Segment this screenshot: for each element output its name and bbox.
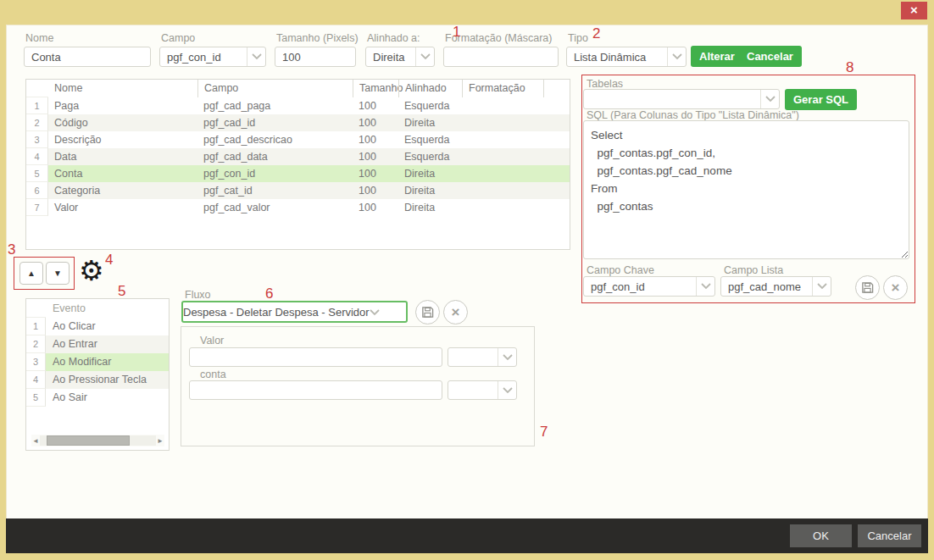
list-item[interactable]: 1Ao Clicar — [26, 318, 169, 335]
tipo-dropdown[interactable]: Lista Dinâmica — [566, 47, 687, 67]
header-campo[interactable]: Campo — [197, 80, 353, 97]
annotation-4: 4 — [105, 252, 113, 269]
ok-button[interactable]: OK — [790, 524, 852, 547]
table-row-selected[interactable]: 5Contapgf_con_id100Direita — [26, 165, 570, 182]
move-down-button[interactable]: ▼ — [46, 262, 69, 285]
app-background: { "window": { "close_icon": "×" }, "anno… — [0, 0, 934, 560]
valor-input[interactable] — [189, 347, 442, 367]
fluxo-dropdown-value: Despesa - Deletar Despesa - Servidor — [183, 306, 370, 319]
campo-chave-label: Campo Chave — [587, 264, 654, 276]
field-group-campo: Campo pgf_con_id — [159, 32, 266, 67]
alinhado-dropdown-value: Direita — [366, 51, 415, 64]
campo-dropdown[interactable]: pgf_con_id — [159, 47, 266, 67]
field-group-tipo: Tipo Lista Dinâmica — [566, 32, 687, 67]
header-tamanho[interactable]: Tamanho — [353, 80, 398, 97]
arrow-down-icon: ▼ — [53, 269, 62, 278]
arrow-up-icon: ▲ — [27, 269, 36, 278]
table-row[interactable]: 2Códigopgf_cad_id100Direita — [26, 114, 570, 131]
table-row[interactable]: 7Valorpgf_cad_valor100Direita — [26, 199, 570, 216]
table-row[interactable]: 4Datapgf_cad_data100Esquerda — [26, 148, 570, 165]
gear-icon[interactable]: ⚙ — [79, 256, 104, 286]
campo-lista-label: Campo Lista — [724, 264, 783, 276]
scroll-left-icon[interactable]: ◄ — [31, 437, 40, 445]
x-icon: × — [892, 280, 900, 297]
table-row[interactable]: 6Categoriapgf_cat_id100Direita — [26, 182, 570, 199]
annotation-8: 8 — [846, 59, 853, 76]
dialog-footer: OK Cancelar — [6, 518, 928, 553]
chevron-down-icon — [812, 277, 831, 296]
campo-lista-value: pgf_cad_nome — [721, 280, 812, 293]
scrollbar-thumb[interactable] — [47, 435, 130, 446]
window-close-button[interactable]: × — [901, 2, 927, 19]
tamanho-input[interactable] — [275, 47, 356, 67]
sql-save-button[interactable] — [855, 275, 880, 300]
cancelar-form-button[interactable]: Cancelar — [738, 46, 802, 67]
nome-input[interactable] — [24, 47, 151, 67]
valor-dropdown[interactable] — [448, 347, 517, 367]
field-group-alinhado: Alinhado a: Direita — [365, 32, 435, 67]
events-list: Evento 1Ao Clicar 2Ao Entrar 3Ao Modific… — [25, 298, 170, 451]
events-list-header: Evento — [26, 299, 169, 318]
header-formatacao[interactable]: Formatação — [462, 80, 543, 97]
campo-dropdown-value: pgf_con_id — [160, 51, 247, 64]
save-floppy-icon — [861, 281, 874, 294]
sql-textarea[interactable]: Select pgf_contas.pgf_con_id, pgf_contas… — [583, 120, 909, 259]
tipo-label: Tipo — [568, 32, 687, 44]
fluxo-label: Fluxo — [185, 289, 211, 301]
header-nome[interactable]: Nome — [48, 80, 197, 97]
move-up-button[interactable]: ▲ — [19, 262, 43, 285]
fluxo-clear-button[interactable]: × — [443, 300, 468, 324]
fluxo-params-panel: Valor conta — [181, 326, 535, 446]
tipo-dropdown-value: Lista Dinâmica — [567, 51, 667, 64]
table-row[interactable]: 3Descriçãopgf_cad_descricao100Esquerda — [26, 131, 570, 148]
chevron-down-icon — [667, 47, 686, 66]
formatacao-label: Formatação (Máscara) — [445, 32, 559, 44]
table-row[interactable]: 1Pagapgf_cad_paga100Esquerda — [26, 97, 570, 114]
columns-grid: Nome Campo Tamanho Alinhado Formatação 1… — [25, 79, 570, 250]
tabelas-label: Tabelas — [587, 78, 623, 90]
cancel-button[interactable]: Cancelar — [858, 524, 921, 547]
scroll-right-icon[interactable]: ► — [156, 437, 164, 445]
list-item-selected[interactable]: 3Ao Modificar — [26, 353, 169, 371]
fluxo-dropdown[interactable]: Despesa - Deletar Despesa - Servidor — [181, 301, 408, 323]
columns-grid-header: Nome Campo Tamanho Alinhado Formatação — [26, 80, 570, 97]
list-item[interactable]: 5Ao Sair — [26, 389, 169, 407]
nome-label: Nome — [25, 32, 151, 44]
scrollbar-track[interactable] — [40, 435, 156, 446]
list-item[interactable]: 4Ao Pressionar Tecla — [26, 371, 169, 389]
alinhado-dropdown[interactable]: Direita — [365, 47, 435, 67]
annotation-3: 3 — [8, 241, 15, 258]
campo-chave-dropdown[interactable]: pgf_con_id — [583, 276, 715, 297]
annotation-5: 5 — [118, 283, 125, 300]
chevron-down-icon — [415, 47, 434, 66]
chevron-down-icon — [247, 47, 265, 66]
x-icon: × — [452, 304, 460, 321]
alterar-button[interactable]: Alterar — [691, 46, 743, 67]
valor-label: Valor — [200, 335, 224, 347]
sql-label: SQL (Para Colunas do Tipo "Lista Dinâmic… — [587, 109, 799, 121]
list-item[interactable]: 2Ao Entrar — [26, 335, 169, 353]
header-alinhado[interactable]: Alinhado — [398, 80, 462, 97]
field-group-nome: Nome — [24, 32, 151, 67]
formatacao-input[interactable] — [443, 47, 559, 67]
annotation-6: 6 — [265, 286, 273, 302]
tabelas-dropdown[interactable] — [583, 89, 780, 109]
sql-clear-button[interactable]: × — [883, 275, 908, 300]
chevron-down-icon — [760, 90, 779, 108]
gerar-sql-button[interactable]: Gerar SQL — [785, 89, 857, 110]
chevron-down-icon — [498, 348, 516, 366]
campo-lista-dropdown[interactable]: pgf_cad_nome — [720, 276, 831, 297]
campo-label: Campo — [161, 32, 266, 44]
evento-header-label[interactable]: Evento — [46, 299, 169, 318]
fluxo-save-button[interactable] — [415, 300, 440, 324]
save-floppy-icon — [421, 306, 434, 319]
alinhado-label: Alinhado a: — [367, 32, 435, 44]
annotation-1: 1 — [453, 24, 460, 41]
tamanho-label: Tamanho (Pixels) — [276, 32, 356, 44]
conta-input[interactable] — [189, 380, 442, 400]
conta-dropdown[interactable] — [448, 380, 517, 400]
chevron-down-icon — [498, 381, 516, 399]
annotation-2: 2 — [592, 25, 600, 42]
close-icon: × — [910, 3, 918, 17]
horizontal-scrollbar[interactable]: ◄ ► — [31, 435, 164, 446]
